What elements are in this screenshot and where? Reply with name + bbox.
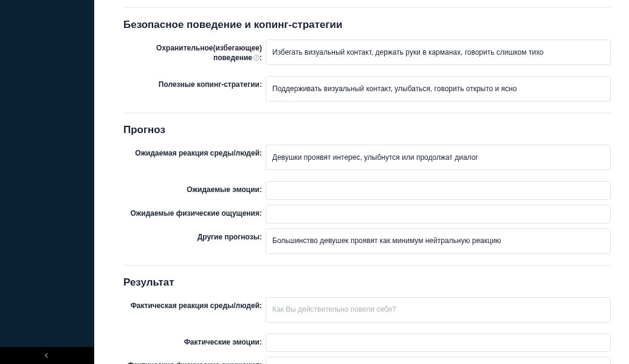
section-divider: [123, 7, 611, 8]
section-title: Безопасное поведение и копинг-стратегии: [123, 19, 611, 31]
other-forecasts-input[interactable]: [266, 228, 611, 254]
expected-physical-label: Ожидаемые физические ощущения:: [123, 205, 266, 219]
protective-behavior-label: Охранительное(избегающее) поведение?:: [123, 39, 266, 63]
main-content: Безопасное поведение и копинг-стратегии …: [94, 0, 629, 364]
actual-physical-label: Фактические физические ощущения:: [123, 357, 266, 364]
actual-reaction-input[interactable]: [266, 297, 611, 323]
section-safe-behavior: Безопасное поведение и копинг-стратегии …: [123, 19, 611, 101]
protective-behavior-input[interactable]: [266, 39, 611, 65]
actual-reaction-label: Фактическая реакция среды/людей:: [123, 297, 266, 311]
help-icon[interactable]: ?: [253, 55, 260, 61]
actual-emotions-label: Фактические эмоции:: [123, 334, 266, 348]
expected-reaction-label: Ожидаемая реакция среды/людей:: [123, 145, 266, 159]
sidebar: [0, 0, 94, 364]
actual-physical-input[interactable]: [266, 357, 611, 364]
coping-strategies-label: Полезные копинг-стратегии:: [123, 76, 266, 90]
sidebar-collapse-button[interactable]: [0, 347, 94, 364]
expected-emotions-label: Ожидаемые эмоции:: [123, 181, 266, 195]
section-result: Результат Фактическая реакция среды/люде…: [123, 276, 611, 364]
coping-strategies-input[interactable]: [266, 76, 611, 101]
section-title: Прогноз: [123, 124, 611, 136]
expected-reaction-input[interactable]: [266, 145, 611, 170]
chevron-left-icon: [44, 353, 49, 358]
section-divider: [123, 265, 611, 266]
section-divider: [123, 112, 611, 113]
expected-emotions-input[interactable]: [266, 181, 611, 200]
other-forecasts-label: Другие прогнозы:: [123, 228, 266, 242]
actual-emotions-input[interactable]: [266, 334, 611, 352]
expected-physical-input[interactable]: [266, 205, 611, 224]
section-forecast: Прогноз Ожидаемая реакция среды/людей: О…: [123, 124, 611, 254]
section-title: Результат: [123, 276, 611, 289]
